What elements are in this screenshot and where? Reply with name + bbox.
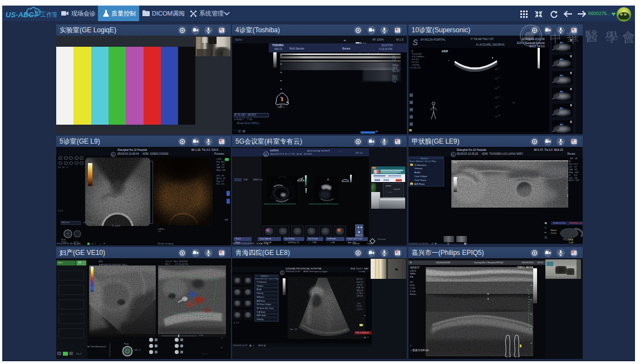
svg-text:G: G [451, 153, 454, 156]
svg-text:工作室: 工作室 [40, 11, 57, 18]
svg-text:G: G [281, 271, 283, 274]
svg-text:會: 會 [622, 30, 635, 45]
svg-text:US-ABC: US-ABC [6, 11, 34, 19]
svg-text:醫: 醫 [585, 29, 598, 44]
svg-text:G: G [112, 153, 115, 156]
svg-text:G: G [264, 153, 267, 156]
svg-text:學: 學 [605, 30, 618, 45]
